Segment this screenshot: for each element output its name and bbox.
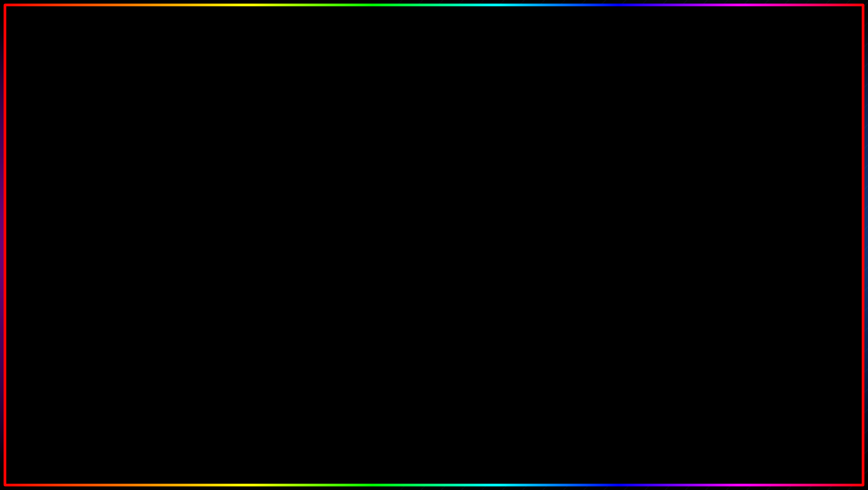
back-world-row: Back World After Dungeon Pirate Town ∧ <box>343 155 521 171</box>
auto-insane-label: Auto Insane Dungeon <box>349 271 406 277</box>
auto-skip-label: Auto Skip Room 50 Easy Dungeon <box>349 307 439 314</box>
auto-close-toggle[interactable] <box>497 288 515 297</box>
window-right-titlebar-left: ☰ Platinium - Anime Warriors Simulator 2… <box>348 144 466 151</box>
auto-easy-dungeon-row: Auto Easy Dungeon <box>343 246 521 264</box>
window-left: ☰ Platinium - Anime Warriors Simulator 2… <box>139 139 319 307</box>
lvl1-badge: LVL 1 <box>765 370 780 377</box>
auto-easy-label: Auto Easy Dungeon <box>349 252 401 259</box>
copy-icon-right[interactable]: ⧉ <box>497 144 505 151</box>
auto-farm-current-label: Auto Farm Current World <box>147 258 212 264</box>
auto-farm-selected-toggle[interactable] <box>294 275 312 284</box>
auto-insane-dungeon-row: Auto Insane Dungeon <box>343 264 521 283</box>
mobs-list-label: Mobs List <box>147 174 172 180</box>
auto-farm-no-teleport-row: Auto Farm Selected Mobs No Teleport <box>140 288 318 307</box>
auto-skip-room-row: Auto Skip Room 50 Easy Dungeon <box>343 301 521 320</box>
copy-icon[interactable]: ⧉ <box>295 144 302 151</box>
window-right-content: Back World After Dungeon Pirate Town ∧ S… <box>343 155 521 320</box>
window-left-titlebar: ☰ Platinium - Anime Warriors Simulator 2… <box>140 140 318 155</box>
char-right-head <box>811 381 828 396</box>
bottom-pastebin: PASTEBIN <box>564 433 720 469</box>
auto-collect-coins-row: Auto Collect Coins <box>140 233 318 251</box>
section-auto-dungeon: Auto Dungeon ∨ <box>343 232 521 246</box>
chevron-down-icon2[interactable]: ∨ <box>174 205 178 211</box>
mobs-list-row: Mobs List Troop ∧ <box>140 169 318 185</box>
auto-insane-toggle[interactable] <box>497 269 515 278</box>
char-left-suit <box>763 395 783 418</box>
back-world-value[interactable]: Pirate Town ∧ <box>481 160 515 167</box>
bottom-script: SCRIPT <box>439 433 555 469</box>
auto-farm-selected-row: Auto Farm Selected Mobs <box>140 270 318 288</box>
chevron-down-icon-right[interactable]: ∨ <box>385 236 389 242</box>
save-pos-row: Save Pos To Teleport Back button <box>343 171 521 187</box>
window-left-titlebar-left: ☰ Platinium - Anime Warriors Simulator 2… <box>146 144 264 151</box>
auto-farm-current-toggle[interactable] <box>294 256 312 265</box>
bottom-auto-farm: AUTO FARM <box>148 425 430 477</box>
leave-easy-row: Leave Easy Dungeon At <box>343 187 521 210</box>
auto-collect-label: Auto Collect Coins <box>147 239 195 246</box>
window-right-title: Platinium - Anime Warriors Simulator 2 -… <box>358 144 466 151</box>
refresh-mobs-row: Refresh Mobs List button <box>140 185 318 201</box>
window-left-content: Auto Farm Settings ∨ Mobs List Troop ∧ R… <box>140 155 318 307</box>
char-left-hair <box>766 381 780 387</box>
auto-farm-no-teleport-toggle[interactable] <box>294 293 312 302</box>
window-right-titlebar: ☰ Platinium - Anime Warriors Simulator 2… <box>343 140 521 155</box>
leave-insane-row: Leave Insane Dungeon At <box>343 210 521 232</box>
auto-farm-current-row: Auto Farm Current World <box>140 251 318 270</box>
hamburger-icon[interactable]: ☰ <box>146 144 152 151</box>
mobs-list-value[interactable]: Troop ∧ <box>292 174 312 180</box>
auto-skip-toggle[interactable] <box>497 306 515 315</box>
leave-easy-input[interactable] <box>452 192 515 205</box>
char-right-fatbody <box>805 397 834 428</box>
back-world-label: Back World After Dungeon <box>349 160 418 167</box>
section-auto-farm-settings: Auto Farm Settings ∨ <box>140 155 318 169</box>
section-auto-farm: Auto Farm ∨ <box>140 201 318 214</box>
auto-close-dungeon-row: Auto Close Dungeon Results <box>343 283 521 301</box>
window-left-title: Platinium - Anime Warriors Simulator 2 -… <box>155 144 264 151</box>
auto-collect-toggle[interactable] <box>294 238 312 247</box>
lvl-compare-box: LVL 1 LVL 999 <box>747 346 846 436</box>
chevron-up-icon-right: ∧ <box>510 160 515 167</box>
title-area: ANIME WARRIORS SIMULATOR 2 <box>0 9 868 108</box>
save-pos-badge[interactable]: button <box>500 177 515 183</box>
leave-insane-label: Leave Insane Dungeon At <box>349 218 416 225</box>
save-pos-label: Save Pos To Teleport Back <box>349 176 419 183</box>
auto-click-row: Auto Click <box>140 214 318 233</box>
bottom-text-area: AUTO FARM SCRIPT PASTEBIN <box>0 425 868 477</box>
close-icon[interactable]: ✕ <box>306 144 313 151</box>
auto-farm-selected-label: Auto Farm Selected Mobs <box>147 276 214 283</box>
window-left-titlebar-right: 🔍 ⧉ ✕ <box>284 144 313 151</box>
lvl999-badge: LVL 999 <box>808 370 830 377</box>
auto-farm-no-teleport-label: Auto Farm Selected Mobs No Teleport <box>147 295 230 300</box>
auto-click-label: Auto Click <box>147 221 173 227</box>
leave-insane-input[interactable] <box>452 215 515 228</box>
refresh-mobs-label: Refresh Mobs List <box>147 190 194 196</box>
title-line2: SIMULATOR 2 <box>0 67 868 108</box>
char-right-body <box>804 379 835 433</box>
lvl999-char: LVL 999 <box>797 370 841 433</box>
window-right: ☰ Platinium - Anime Warriors Simulator 2… <box>342 139 522 321</box>
search-icon-right[interactable]: 🔍 <box>487 144 494 151</box>
search-icon[interactable]: 🔍 <box>284 144 291 151</box>
leave-easy-label: Leave Easy Dungeon At <box>349 196 412 202</box>
auto-click-toggle[interactable] <box>294 219 312 228</box>
auto-close-label: Auto Close Dungeon Results <box>349 289 424 296</box>
title-line1: ANIME WARRIORS <box>0 9 868 67</box>
lvl1-char: LVL 1 <box>751 370 795 433</box>
window-right-titlebar-right: 🔍 ⧉ ✕ <box>487 144 515 151</box>
refresh-mobs-badge[interactable]: button <box>297 190 312 196</box>
chevron-down-icon[interactable]: ∨ <box>195 159 199 165</box>
close-icon-right[interactable]: ✕ <box>508 144 515 151</box>
hamburger-icon-right[interactable]: ☰ <box>348 144 354 151</box>
auto-easy-toggle[interactable] <box>497 251 515 260</box>
chevron-up-icon: ∧ <box>308 174 312 180</box>
char-left-body <box>757 379 789 433</box>
